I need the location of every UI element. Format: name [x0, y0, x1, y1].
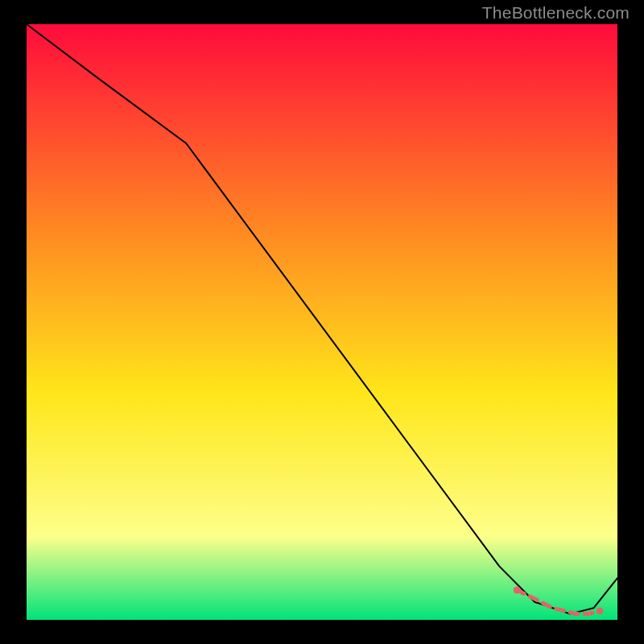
optimal-range-marker	[596, 607, 603, 614]
plot-background	[27, 24, 617, 620]
watermark-text: TheBottleneck.com	[482, 3, 630, 23]
chart-stage: TheBottleneck.com	[0, 0, 644, 644]
bottleneck-chart	[0, 0, 644, 644]
optimal-range-marker	[514, 587, 521, 594]
